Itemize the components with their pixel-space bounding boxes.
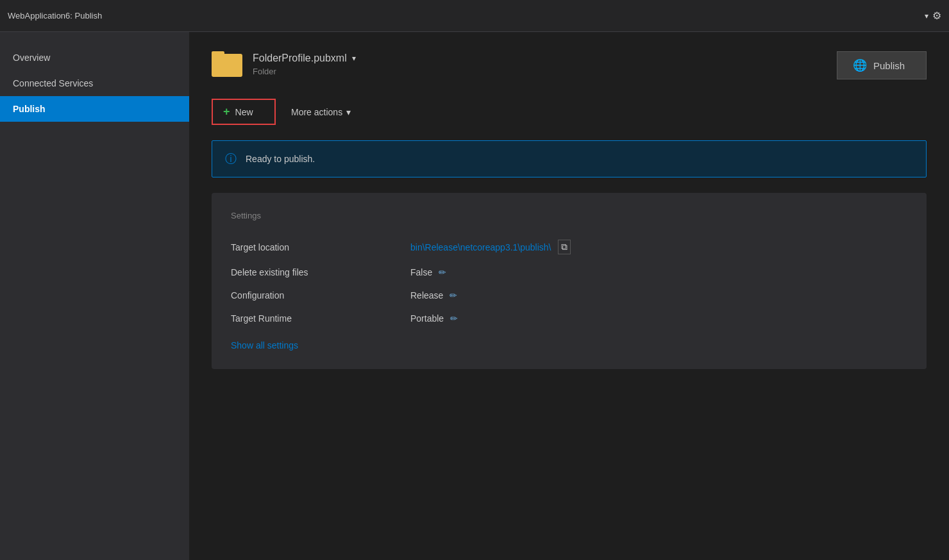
settings-row-label: Delete existing files <box>231 267 410 277</box>
settings-row-value: Release✏ <box>410 290 457 301</box>
profile-name-row: FolderProfile.pubxml ▾ <box>253 53 356 64</box>
more-actions-arrow-icon: ▾ <box>346 107 351 117</box>
settings-row: ConfigurationRelease✏ <box>231 284 907 307</box>
window-controls: ▾ ⚙ <box>925 10 941 22</box>
profile-type: Folder <box>253 67 356 76</box>
title-bar: WebApplication6: Publish ▾ ⚙ <box>0 0 949 32</box>
sidebar-item-overview[interactable]: Overview <box>0 45 189 70</box>
more-actions-label: More actions <box>291 107 342 117</box>
profile-info: FolderProfile.pubxml ▾ Folder <box>212 51 356 77</box>
settings-row-label: Target Runtime <box>231 313 410 324</box>
settings-row: Target locationbin\Release\netcoreapp3.1… <box>231 233 907 261</box>
settings-panel: Settings Target locationbin\Release\netc… <box>212 193 927 369</box>
action-bar: + New More actions ▾ <box>212 99 927 125</box>
publish-button[interactable]: 🌐 Publish <box>837 51 927 79</box>
title-bar-text: WebApplication6: Publish <box>8 11 925 21</box>
edit-icon[interactable]: ✏ <box>449 290 457 301</box>
settings-row: Target RuntimePortable✏ <box>231 307 907 330</box>
plus-icon: + <box>223 105 230 119</box>
more-actions-button[interactable]: More actions ▾ <box>283 102 358 122</box>
edit-icon[interactable]: ✏ <box>439 267 446 277</box>
new-button-label: New <box>235 107 253 117</box>
folder-icon <box>212 51 242 77</box>
settings-row: Delete existing filesFalse✏ <box>231 261 907 284</box>
profile-header: FolderProfile.pubxml ▾ Folder 🌐 Publish <box>212 51 927 79</box>
profile-name-area: FolderProfile.pubxml ▾ Folder <box>253 53 356 76</box>
copy-icon[interactable]: ⧉ <box>558 240 571 254</box>
status-text: Ready to publish. <box>246 154 315 164</box>
settings-value-text: False <box>410 267 432 277</box>
info-icon: ⓘ <box>225 151 237 167</box>
settings-gear-icon[interactable]: ⚙ <box>932 10 941 22</box>
publish-globe-icon: 🌐 <box>853 58 867 72</box>
settings-title: Settings <box>231 211 907 220</box>
settings-value-text: Release <box>410 290 443 301</box>
settings-row-value: bin\Release\netcoreapp3.1\publish\⧉ <box>410 240 571 254</box>
status-banner: ⓘ Ready to publish. <box>212 140 927 177</box>
sidebar: Overview Connected Services Publish <box>0 32 189 560</box>
settings-rows: Target locationbin\Release\netcoreapp3.1… <box>231 233 907 330</box>
settings-value-text: bin\Release\netcoreapp3.1\publish\ <box>410 242 551 252</box>
edit-icon[interactable]: ✏ <box>450 313 458 324</box>
settings-row-value: Portable✏ <box>410 313 458 324</box>
settings-row-label: Configuration <box>231 290 410 301</box>
folder-body <box>212 54 242 77</box>
dropdown-chevron-icon[interactable]: ▾ <box>925 12 928 21</box>
settings-row-value: False✏ <box>410 267 446 277</box>
new-button[interactable]: + New <box>212 99 276 125</box>
profile-dropdown-arrow[interactable]: ▾ <box>352 54 356 63</box>
sidebar-item-connected-services[interactable]: Connected Services <box>0 70 189 96</box>
settings-row-label: Target location <box>231 242 410 252</box>
content-area: FolderProfile.pubxml ▾ Folder 🌐 Publish … <box>189 32 949 560</box>
show-all-settings-link[interactable]: Show all settings <box>231 340 298 350</box>
profile-name: FolderProfile.pubxml <box>253 53 347 64</box>
settings-value-text: Portable <box>410 313 444 324</box>
sidebar-item-publish[interactable]: Publish <box>0 96 189 122</box>
publish-button-label: Publish <box>873 60 905 71</box>
main-layout: Overview Connected Services Publish Fold… <box>0 32 949 560</box>
